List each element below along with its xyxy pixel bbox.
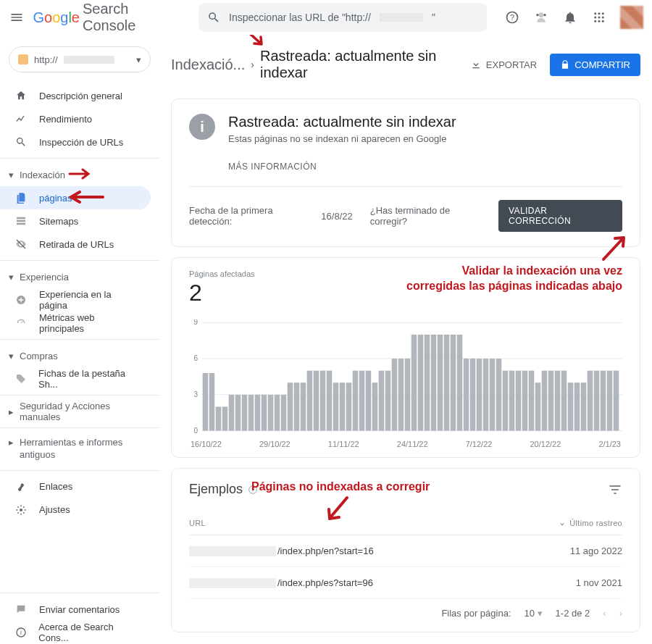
breadcrumb-root[interactable]: Indexació... bbox=[171, 57, 245, 73]
url-search-box[interactable]: Inspeccionar las URL de "http:// " bbox=[198, 3, 487, 32]
svg-rect-40 bbox=[301, 382, 306, 430]
caret-down-icon: ▾ bbox=[538, 608, 543, 619]
more-info-link[interactable]: MÁS INFORMACIÓN bbox=[228, 162, 622, 172]
col-header-url[interactable]: URL bbox=[189, 519, 558, 527]
nav-feedback[interactable]: Enviar comentarios bbox=[0, 598, 151, 621]
svg-rect-58 bbox=[418, 335, 424, 431]
nav-shopping-listings[interactable]: Fichas de la pestaña Sh... bbox=[0, 367, 151, 390]
users-icon[interactable] bbox=[533, 9, 549, 25]
svg-rect-32 bbox=[248, 395, 254, 431]
nav-pages[interactable]: páginas bbox=[0, 186, 151, 209]
nav-group-shopping[interactable]: ▾ Compras bbox=[0, 344, 159, 367]
pager-range: 1-2 de 2 bbox=[556, 608, 590, 619]
filter-icon[interactable] bbox=[608, 482, 622, 497]
svg-text:6: 6 bbox=[193, 354, 198, 362]
nav-group-legacy[interactable]: ▸ Herramientas e informes antiguos bbox=[0, 432, 159, 466]
hamburger-menu-icon[interactable] bbox=[9, 9, 24, 26]
svg-text:0: 0 bbox=[193, 427, 198, 435]
lock-icon bbox=[560, 59, 570, 70]
svg-rect-31 bbox=[242, 395, 248, 431]
svg-point-9 bbox=[602, 17, 604, 19]
col-header-date[interactable]: Último rastreo bbox=[558, 519, 622, 527]
nav-sitemaps[interactable]: Sitemaps bbox=[0, 209, 151, 233]
validate-button[interactable]: VALIDAR CORRECCIÓN bbox=[498, 200, 622, 232]
nav-core-vitals[interactable]: Métricas web principales bbox=[0, 311, 151, 335]
svg-rect-60 bbox=[431, 335, 437, 431]
svg-rect-34 bbox=[262, 395, 267, 431]
svg-rect-67 bbox=[477, 359, 482, 431]
svg-rect-41 bbox=[307, 371, 313, 431]
nav-group-indexing[interactable]: ▾ Indexación bbox=[0, 163, 159, 186]
magnify-icon bbox=[14, 135, 28, 149]
nav-group-experience[interactable]: ▾ Experiencia bbox=[0, 265, 159, 288]
sort-down-icon bbox=[558, 519, 567, 527]
nav-url-inspect[interactable]: Inspección de URLs bbox=[0, 130, 151, 154]
search-placeholder-pre: Inspeccionar las URL de "http:// bbox=[229, 12, 371, 23]
chart-x-tick: 2/1/23 bbox=[598, 440, 621, 448]
svg-text:?: ? bbox=[510, 13, 514, 22]
svg-rect-36 bbox=[275, 395, 280, 431]
help-icon[interactable]: ? bbox=[504, 9, 520, 25]
pager-next[interactable]: › bbox=[619, 608, 622, 619]
help-small-icon[interactable]: ? bbox=[247, 484, 259, 495]
examples-heading: Ejemplos bbox=[189, 482, 243, 497]
nav-group-security[interactable]: ▸ Seguridad y Acciones manuales bbox=[0, 400, 159, 423]
svg-point-11 bbox=[598, 20, 601, 22]
nav-removals[interactable]: Retirada de URLs bbox=[0, 233, 151, 256]
svg-point-3 bbox=[536, 14, 538, 16]
property-redacted bbox=[64, 56, 114, 64]
svg-rect-68 bbox=[483, 359, 489, 431]
nav-about[interactable]: i Acerca de Search Cons... bbox=[0, 621, 151, 644]
pages-icon bbox=[14, 191, 28, 204]
nav-performance[interactable]: Rendimiento bbox=[0, 107, 151, 130]
svg-point-8 bbox=[598, 17, 601, 19]
feedback-icon bbox=[14, 603, 28, 616]
table-row[interactable]: /index.php/en?start=16 11 ago 2022 bbox=[189, 535, 622, 567]
svg-rect-47 bbox=[346, 382, 352, 430]
plus-circle-icon bbox=[14, 293, 28, 306]
gear-icon bbox=[14, 503, 28, 517]
svg-rect-74 bbox=[522, 371, 528, 431]
property-prefix: http:// bbox=[34, 54, 58, 65]
apps-grid-icon[interactable] bbox=[591, 9, 607, 25]
url-redacted-host bbox=[189, 546, 276, 556]
nav-settings[interactable]: Ajustes bbox=[0, 498, 151, 522]
svg-rect-56 bbox=[405, 359, 411, 431]
svg-rect-33 bbox=[255, 395, 261, 431]
svg-rect-52 bbox=[379, 371, 385, 431]
search-icon bbox=[207, 11, 220, 24]
account-avatar[interactable] bbox=[620, 6, 643, 29]
caret-down-icon: ▾ bbox=[9, 170, 14, 180]
nav-page-experience[interactable]: Experiencia en la página bbox=[0, 288, 151, 311]
last-crawl-date: 11 ago 2022 bbox=[570, 545, 622, 556]
nav-links[interactable]: Enlaces bbox=[0, 475, 151, 498]
tag-icon bbox=[14, 372, 27, 385]
rows-per-page-select[interactable]: 10 ▾ bbox=[524, 608, 543, 619]
svg-rect-49 bbox=[359, 371, 365, 431]
property-selector[interactable]: http:// ▾ bbox=[9, 46, 151, 72]
product-logo: Google Search Console bbox=[33, 1, 170, 34]
svg-rect-80 bbox=[561, 371, 567, 431]
svg-rect-59 bbox=[425, 335, 430, 431]
pager-prev[interactable]: ‹ bbox=[603, 608, 606, 619]
svg-point-4 bbox=[594, 12, 596, 14]
table-row[interactable]: /index.php/es?start=96 1 nov 2021 bbox=[189, 567, 622, 599]
search-redacted-domain bbox=[380, 13, 423, 22]
svg-point-7 bbox=[594, 17, 596, 19]
examples-card: Ejemplos ? Páginas no indexadas a correg… bbox=[171, 468, 640, 632]
nav-overview[interactable]: Descripción general bbox=[0, 84, 151, 107]
svg-rect-61 bbox=[438, 335, 443, 431]
svg-rect-30 bbox=[235, 395, 241, 431]
chart-x-tick: 29/10/22 bbox=[259, 440, 291, 448]
svg-rect-73 bbox=[516, 371, 522, 431]
info-badge-icon: i bbox=[189, 114, 215, 140]
notifications-icon[interactable] bbox=[562, 9, 578, 25]
first-detect-label: Fecha de la primera detección: bbox=[189, 205, 318, 227]
svg-rect-27 bbox=[216, 406, 222, 430]
gauge-icon bbox=[14, 317, 28, 330]
last-crawl-date: 1 nov 2021 bbox=[576, 577, 622, 588]
export-button[interactable]: EXPORTAR bbox=[464, 54, 543, 75]
share-button[interactable]: COMPARTIR bbox=[550, 54, 640, 76]
download-icon bbox=[470, 59, 482, 70]
chevron-right-icon: › bbox=[251, 59, 254, 70]
